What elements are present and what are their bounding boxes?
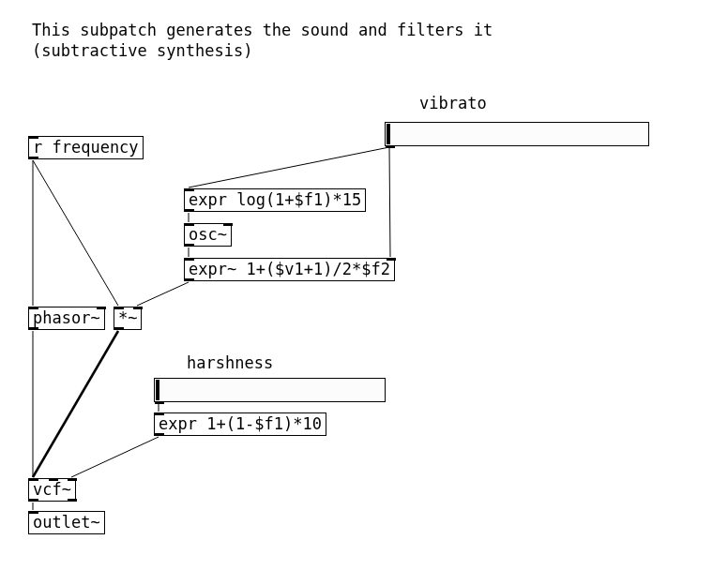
- svg-line-10: [71, 437, 159, 477]
- svg-line-0: [189, 147, 389, 188]
- obj-osc[interactable]: osc~: [184, 223, 232, 247]
- obj-multiply[interactable]: *~: [114, 307, 142, 330]
- svg-line-7: [137, 282, 189, 306]
- slider-thumb: [156, 380, 159, 400]
- slider-thumb: [387, 124, 390, 144]
- label-harshness: harshness: [187, 353, 273, 372]
- obj-expr-mod[interactable]: expr~ 1+($v1+1)/2*$f2: [184, 258, 395, 281]
- obj-outlet[interactable]: outlet~: [28, 511, 105, 534]
- obj-r-frequency[interactable]: r frequency: [28, 136, 144, 159]
- obj-expr-harshness[interactable]: expr 1+(1-$f1)*10: [154, 412, 326, 436]
- svg-line-5: [33, 160, 118, 306]
- header-line1: This subpatch generates the sound and fi…: [32, 21, 493, 39]
- obj-expr-vibrato[interactable]: expr log(1+$f1)*15: [184, 188, 366, 212]
- obj-vcf[interactable]: vcf~: [28, 478, 76, 502]
- svg-line-1: [389, 147, 390, 257]
- label-vibrato: vibrato: [419, 94, 487, 112]
- header-line2: (subtractive synthesis): [32, 41, 252, 60]
- harshness-slider[interactable]: [154, 378, 386, 402]
- obj-phasor[interactable]: phasor~: [28, 307, 105, 330]
- svg-line-8: [33, 331, 118, 477]
- vibrato-slider[interactable]: [385, 122, 649, 146]
